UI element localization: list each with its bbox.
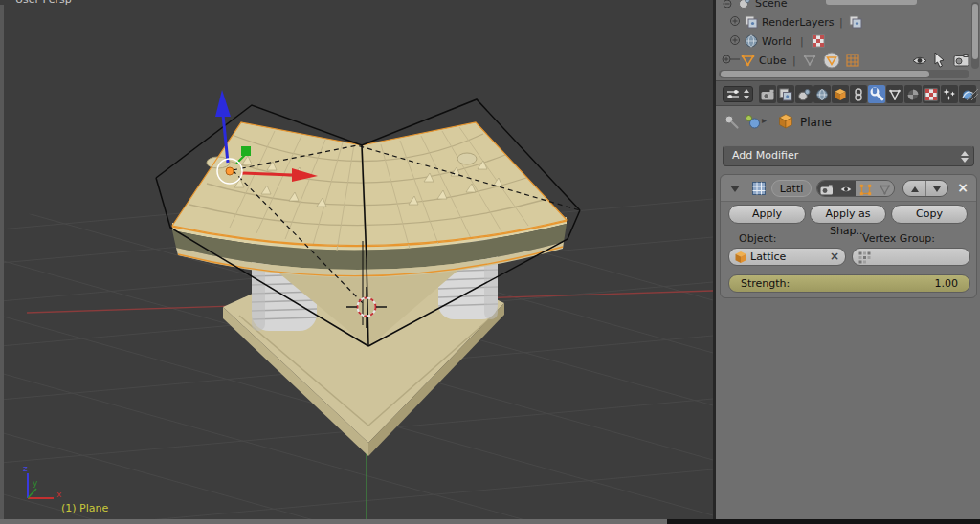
tab-world[interactable] bbox=[813, 85, 831, 103]
copy-button[interactable]: Copy bbox=[891, 205, 968, 224]
lattice-object-field[interactable]: Lattice × bbox=[728, 248, 846, 266]
pointer-icon[interactable] bbox=[934, 53, 947, 68]
viewport-left-border bbox=[0, 5, 4, 519]
properties-header[interactable] bbox=[716, 80, 980, 106]
viewport-mode-label: User Persp bbox=[15, 0, 72, 6]
expand-icon[interactable] bbox=[722, 54, 741, 65]
outliner-row-renderlayers[interactable]: RenderLayers | bbox=[716, 13, 980, 33]
object-data-icon bbox=[745, 114, 761, 130]
pin-icon[interactable] bbox=[724, 114, 740, 130]
vertex-group-field[interactable] bbox=[852, 248, 970, 266]
viewport-visibility-toggle[interactable] bbox=[836, 181, 856, 197]
cage-edit-toggle[interactable] bbox=[875, 181, 894, 197]
blender-window: z y x User Persp (1) Plane Scene bbox=[0, 0, 980, 524]
dropdown-arrows-icon bbox=[961, 151, 969, 163]
editor-type-selector[interactable] bbox=[723, 86, 753, 102]
axis-z-label: z bbox=[23, 464, 28, 473]
breadcrumb: ▸ Plane bbox=[716, 107, 980, 138]
modifier-name-field[interactable] bbox=[771, 180, 812, 197]
expand-icon[interactable] bbox=[729, 34, 741, 46]
expand-icon[interactable] bbox=[729, 15, 741, 27]
strength-label: Strength: bbox=[741, 277, 790, 290]
viewport-canvas[interactable]: z y x bbox=[0, 0, 713, 519]
active-object-label: (1) Plane bbox=[61, 502, 108, 514]
tab-particles[interactable] bbox=[941, 85, 958, 103]
sidebar: Scene RenderLayers | bbox=[713, 0, 980, 519]
outliner-row-label[interactable]: RenderLayers bbox=[762, 16, 835, 29]
apply-button[interactable]: Apply bbox=[728, 205, 806, 224]
outliner[interactable]: Scene RenderLayers | bbox=[716, 0, 980, 80]
add-modifier-label: Add Modifier bbox=[732, 149, 798, 162]
outliner-row-label[interactable]: World bbox=[762, 35, 792, 48]
modifier-panel-header[interactable]: × bbox=[721, 175, 976, 202]
lattice-grid-icon bbox=[846, 54, 859, 67]
vertex-group-field-label: Vertex Group: bbox=[862, 232, 935, 245]
properties-tab-strip[interactable] bbox=[759, 85, 976, 103]
object-cube-icon bbox=[777, 113, 794, 130]
panel-resize-grip[interactable] bbox=[961, 83, 978, 100]
lattice-icon bbox=[741, 54, 755, 67]
object-cube-icon bbox=[734, 251, 747, 264]
camera-restrict-icon[interactable] bbox=[953, 54, 969, 67]
properties-editor: ▸ Plane Add Modifier bbox=[716, 107, 980, 519]
edit-mode-toggle[interactable] bbox=[856, 181, 875, 197]
axis-x-label: x bbox=[56, 490, 62, 499]
move-modifier-up-button[interactable] bbox=[903, 181, 925, 197]
renderlayers-badge-icon bbox=[849, 15, 862, 29]
clear-object-icon[interactable]: × bbox=[830, 250, 839, 263]
lattice-modifier-icon bbox=[751, 181, 767, 196]
gizmo-z-arrowhead[interactable] bbox=[215, 90, 231, 117]
breadcrumb-caret: ▸ bbox=[762, 115, 767, 125]
outliner-row-world[interactable]: World | bbox=[716, 33, 980, 52]
roof-end-cap bbox=[457, 153, 477, 164]
outliner-row-scene[interactable]: Scene bbox=[716, 0, 980, 13]
scene-icon bbox=[738, 0, 750, 10]
strength-value: 1.00 bbox=[935, 277, 959, 290]
object-origin bbox=[226, 167, 234, 175]
strength-slider[interactable]: Strength: 1.00 bbox=[728, 274, 970, 293]
tab-object[interactable] bbox=[832, 85, 849, 103]
lattice-modifier-icon bbox=[803, 54, 816, 67]
delete-modifier-button[interactable]: × bbox=[957, 179, 969, 196]
renderlayers-icon bbox=[745, 15, 758, 29]
tab-material[interactable] bbox=[904, 85, 922, 103]
3d-viewport[interactable]: z y x User Persp (1) Plane bbox=[0, 0, 713, 519]
tab-render-layers[interactable] bbox=[777, 85, 794, 103]
modifier-display-toggles bbox=[816, 180, 895, 197]
bottom-dark-strip bbox=[667, 519, 980, 524]
tab-texture[interactable] bbox=[923, 85, 940, 103]
add-modifier-dropdown[interactable]: Add Modifier bbox=[723, 145, 974, 166]
vertex-group-icon bbox=[858, 251, 871, 264]
outliner-horizontal-scrollbar[interactable] bbox=[719, 70, 969, 78]
outliner-row-label[interactable]: Scene bbox=[755, 0, 788, 10]
tab-modifiers[interactable] bbox=[868, 85, 885, 103]
object-field-label: Object: bbox=[739, 232, 777, 245]
outliner-row-cube[interactable]: Cube | bbox=[716, 52, 980, 71]
tab-render[interactable] bbox=[759, 85, 776, 103]
tab-constraints[interactable] bbox=[850, 85, 867, 103]
tab-scene[interactable] bbox=[795, 85, 813, 103]
outliner-vertical-scrollbar[interactable] bbox=[971, 2, 979, 69]
lattice-data-icon bbox=[823, 52, 840, 69]
breadcrumb-object-name[interactable]: Plane bbox=[800, 116, 832, 129]
gizmo-x-arrow[interactable] bbox=[241, 173, 292, 175]
lattice-modifier-panel: × Apply Apply as Shap... Copy Object: Ve… bbox=[720, 174, 977, 298]
tab-object-data[interactable] bbox=[886, 85, 903, 103]
eye-icon[interactable] bbox=[912, 55, 927, 66]
gizmo-y-handle[interactable] bbox=[241, 146, 251, 156]
modifier-reorder-buttons bbox=[902, 180, 948, 197]
apply-as-shape-button[interactable]: Apply as Shap... bbox=[810, 205, 886, 224]
timeline-header-strip[interactable] bbox=[0, 519, 667, 524]
collapse-icon[interactable] bbox=[722, 0, 733, 8]
lattice-object-value: Lattice bbox=[750, 251, 786, 263]
mini-axis-gizmo: z y x bbox=[23, 464, 62, 499]
axis-y-label: y bbox=[33, 478, 38, 488]
outliner-row-label[interactable]: Cube bbox=[759, 55, 786, 67]
move-modifier-down-button[interactable] bbox=[925, 181, 947, 197]
texture-badge-icon bbox=[812, 34, 825, 48]
render-visibility-toggle[interactable] bbox=[817, 181, 836, 197]
collapse-triangle-icon[interactable] bbox=[730, 186, 740, 192]
world-icon bbox=[745, 34, 758, 48]
